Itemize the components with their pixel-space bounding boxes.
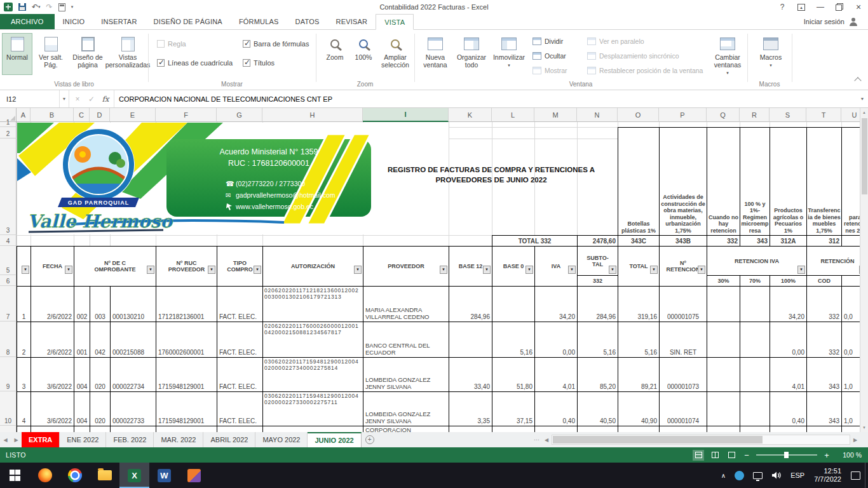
horizontal-scrollbar[interactable] bbox=[552, 435, 850, 445]
zoom-slider[interactable] bbox=[756, 454, 817, 456]
column-header-O[interactable]: O bbox=[618, 108, 659, 122]
cell-M11[interactable] bbox=[534, 426, 578, 432]
cell-S9[interactable]: 4,01 bbox=[770, 357, 807, 392]
zoom-button[interactable]: Zoom bbox=[321, 33, 349, 75]
zoom-out-icon[interactable]: − bbox=[742, 451, 751, 460]
tab-inicio[interactable]: INICIO bbox=[55, 14, 93, 29]
view-side-by-side-button[interactable]: Ver en paralelo bbox=[587, 36, 644, 46]
restore-icon[interactable] bbox=[830, 0, 849, 14]
row-header-6[interactable]: 6 bbox=[0, 275, 17, 286]
code-cell-S[interactable]: 312A bbox=[770, 235, 807, 247]
cell-O11[interactable] bbox=[618, 426, 660, 432]
column-header-H[interactable]: H bbox=[262, 108, 363, 122]
column-header-C[interactable]: C bbox=[74, 108, 90, 122]
cell-R11[interactable] bbox=[740, 426, 770, 432]
scroll-down-icon[interactable]: ▼ bbox=[862, 423, 866, 432]
cell-P11[interactable] bbox=[659, 426, 707, 432]
cell-E7[interactable]: 000130210 bbox=[110, 286, 156, 322]
redo-icon[interactable]: ↷ bbox=[46, 2, 53, 12]
cell-E11[interactable] bbox=[110, 426, 156, 432]
custom-views-button[interactable]: Vistas personalizadas bbox=[107, 33, 148, 75]
hscroll-left-icon[interactable]: ◀ bbox=[541, 432, 552, 447]
cell-E9[interactable]: 000022734 bbox=[110, 357, 156, 392]
cell-D9[interactable]: 020 bbox=[90, 357, 111, 392]
ruler-checkbox[interactable]: Regla bbox=[157, 39, 186, 49]
cell-H10[interactable]: 0306202201171594812900120040200002273300… bbox=[262, 391, 363, 426]
column-header-B[interactable]: B bbox=[31, 108, 74, 122]
row-header-9[interactable]: 9 bbox=[0, 357, 17, 391]
row-header-11[interactable]: 11 bbox=[0, 426, 17, 432]
chrome-taskbar-icon[interactable] bbox=[60, 463, 90, 488]
cell-K11[interactable] bbox=[449, 426, 492, 432]
cell-S10[interactable]: 0,40 bbox=[770, 391, 807, 426]
cell-B7[interactable]: 2/6/2022 bbox=[31, 286, 74, 322]
row-header-4[interactable]: 4 bbox=[0, 235, 17, 246]
table-header-pct30[interactable]: 30% bbox=[707, 275, 740, 287]
vertical-scrollbar[interactable]: ▲ ▼ bbox=[860, 108, 868, 432]
filter-dropdown-icon[interactable]: ▼ bbox=[254, 266, 261, 274]
zoom-100-button[interactable]: 100% bbox=[350, 33, 377, 75]
cell-I11[interactable]: CORPORACION bbox=[363, 426, 449, 432]
formula-bar-checkbox[interactable]: Barra de fórmulas bbox=[243, 39, 309, 49]
column-header-A[interactable]: A bbox=[17, 108, 31, 122]
cell-L9[interactable]: 51,80 bbox=[492, 357, 535, 392]
table-header-total[interactable]: TOTAL▼ bbox=[618, 246, 660, 287]
filter-dropdown-icon[interactable]: ▼ bbox=[147, 266, 154, 274]
cell-R9[interactable] bbox=[740, 357, 770, 392]
table-header-subtotal_code[interactable]: 332 bbox=[577, 275, 618, 287]
hscroll-right-icon[interactable]: ▶ bbox=[850, 432, 860, 447]
cell-A11[interactable] bbox=[17, 426, 31, 432]
page-break-preview-button[interactable]: Ver salt. Pág. bbox=[34, 33, 68, 75]
table-header-proveedor[interactable]: PROVEEDOR▼ bbox=[363, 246, 449, 287]
cell-H7[interactable]: 0206202201171218213600120020030001302106… bbox=[262, 286, 363, 322]
customize-qat-icon[interactable]: ▾ bbox=[71, 2, 74, 12]
tax-column-header-S[interactable]: Productos agrícolas o Pecuarios 1% bbox=[770, 127, 807, 236]
cell-K8[interactable] bbox=[449, 322, 492, 358]
cell-F7[interactable]: 1712182136001 bbox=[156, 286, 217, 322]
tab-datos[interactable]: DATOS bbox=[287, 14, 328, 29]
cell-I8[interactable]: BANCO CENTRAL DEL ECUADOR bbox=[363, 322, 449, 358]
cell-Q10[interactable] bbox=[707, 391, 740, 426]
filter-dropdown-icon[interactable]: ▼ bbox=[698, 266, 705, 274]
tax-column-header-Q[interactable]: Cuando no hay retencion bbox=[707, 127, 740, 236]
table-header-retencion2[interactable]: RETENCIÓN▼ bbox=[806, 246, 868, 276]
table-header-iva[interactable]: IVA▼ bbox=[534, 246, 578, 287]
close-icon[interactable]: × bbox=[849, 0, 868, 14]
sheet-tab-feb-2022[interactable]: FEB. 2022 bbox=[106, 432, 154, 447]
gridlines-checkbox[interactable]: Líneas de cuadrícula bbox=[157, 58, 233, 68]
table-header-pct70[interactable]: 70% bbox=[740, 275, 770, 287]
filter-dropdown-icon[interactable]: ▼ bbox=[65, 266, 72, 274]
cell-I10[interactable]: LOMBEIDA GONZALEZ JENNY SILVANA bbox=[363, 391, 449, 426]
save-icon[interactable] bbox=[18, 2, 26, 12]
table-header-base0[interactable]: BASE 0▼ bbox=[492, 246, 535, 287]
collapse-ribbon-icon[interactable] bbox=[854, 77, 861, 84]
sheet-nav-left-icon[interactable]: ◀ bbox=[0, 432, 11, 447]
page-layout-view-icon[interactable] bbox=[709, 450, 721, 461]
column-header-S[interactable]: S bbox=[770, 108, 806, 122]
cell-G11[interactable] bbox=[217, 426, 263, 432]
table-header-tipo[interactable]: TIPO COMPRO▼ bbox=[217, 246, 263, 287]
show-desktop-button[interactable] bbox=[865, 463, 868, 488]
tax-column-header-O[interactable]: Botellas plásticas 1% bbox=[618, 127, 660, 236]
speaker-icon[interactable] bbox=[767, 463, 786, 488]
hide-button[interactable]: Ocultar bbox=[532, 50, 566, 61]
split-button[interactable]: Dividir bbox=[532, 36, 563, 46]
cell-D10[interactable]: 020 bbox=[90, 391, 111, 426]
column-header-R[interactable]: R bbox=[740, 108, 770, 122]
code-cell-O[interactable]: 343C bbox=[618, 235, 660, 247]
cell-B8[interactable]: 2/6/2022 bbox=[31, 322, 74, 358]
display-tray-icon[interactable] bbox=[749, 463, 767, 488]
cell-H9[interactable]: 0306202201171594812900120040200002273400… bbox=[262, 357, 363, 392]
row-header-2[interactable]: 2 bbox=[0, 127, 17, 139]
word-taskbar-icon[interactable]: W bbox=[149, 463, 179, 488]
cell-D7[interactable]: 003 bbox=[90, 286, 111, 322]
cell-T8[interactable]: 332 bbox=[806, 322, 842, 358]
cell-B10[interactable]: 3/6/2022 bbox=[31, 391, 74, 426]
excel-taskbar-icon[interactable]: X bbox=[119, 463, 149, 488]
zoom-slider-thumb[interactable] bbox=[784, 452, 789, 458]
row-header-5[interactable]: 5 bbox=[0, 246, 17, 275]
cell-K9[interactable]: 33,40 bbox=[449, 357, 492, 392]
sheet-tab-extra[interactable]: EXTRA bbox=[22, 432, 60, 447]
cell-P7[interactable]: 000001075 bbox=[659, 286, 707, 322]
sheet-tab-mayo-2022[interactable]: MAYO 2022 bbox=[255, 432, 308, 447]
